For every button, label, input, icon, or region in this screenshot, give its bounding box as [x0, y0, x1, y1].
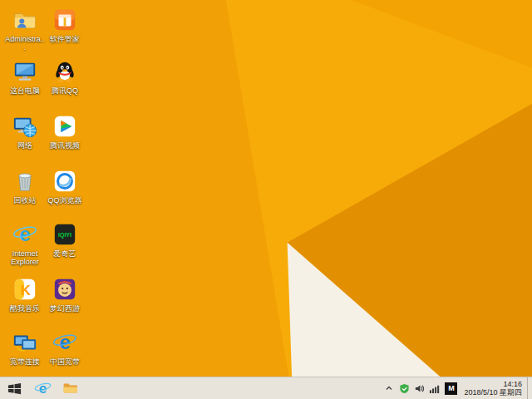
qq-browser-icon [52, 169, 77, 194]
qq-penguin-icon [52, 59, 77, 84]
icon-label: 软件管家 [45, 35, 85, 43]
desktop[interactable]: Administra... 这台电脑 网络 [0, 0, 532, 399]
icon-label: QQ浏览器 [45, 196, 85, 204]
icon-label: Internet Explorer [5, 249, 45, 266]
volume-tray-icon[interactable] [411, 377, 426, 399]
taskbar-ie-button[interactable]: e [28, 377, 57, 399]
icon-label: 腾讯QQ [45, 86, 85, 95]
desktop-icon-this-pc[interactable]: 这台电脑 [5, 58, 45, 95]
blue-e-icon: e [52, 330, 77, 355]
taskbar-clock[interactable]: 14:16 2018/5/10 星期四 [461, 380, 527, 397]
icon-label: 这台电脑 [5, 86, 45, 95]
chevron-up-icon [385, 384, 393, 392]
desktop-icon-software-manager[interactable]: 软件管家 [45, 7, 85, 43]
desktop-icon-tencent-qq[interactable]: 腾讯QQ [45, 58, 85, 95]
security-tray-icon[interactable] [397, 377, 411, 399]
software-manager-icon [52, 7, 77, 32]
broadband-icon [12, 330, 37, 355]
input-method-indicator[interactable]: M [445, 382, 457, 395]
taskbar-file-explorer-button[interactable] [57, 377, 85, 399]
icon-label: 腾讯视频 [45, 141, 85, 150]
user-folder-icon [12, 7, 37, 32]
desktop-icon-china-broadband[interactable]: e 中国宽带 [45, 329, 85, 366]
desktop-icon-internet-explorer[interactable]: e Internet Explorer [5, 221, 45, 266]
ie-icon: e [34, 380, 52, 397]
desktop-icon-network[interactable]: 网络 [5, 113, 45, 150]
desktop-icon-kuwo-music[interactable]: K 酷我音乐 [5, 276, 45, 313]
desktop-icon-qq-browser[interactable]: QQ浏览器 [45, 168, 85, 204]
icon-label: 中国宽带 [45, 357, 85, 366]
svg-text:K: K [21, 283, 32, 298]
desktop-icon-iqiyi[interactable]: iQIYI 爱奇艺 [45, 221, 85, 258]
icon-label: 爱奇艺 [45, 249, 85, 258]
ie-icon: e [12, 222, 37, 247]
icon-label: 酷我音乐 [5, 304, 45, 313]
shield-icon [399, 383, 410, 394]
game-icon [52, 277, 77, 302]
network-tray-icon[interactable] [426, 377, 441, 399]
kuwo-music-icon: K [12, 277, 37, 302]
start-button[interactable] [0, 377, 28, 399]
icon-label: 网络 [5, 141, 45, 150]
icon-label: 宽带连接 [5, 357, 45, 366]
icon-label: Administra... [5, 35, 45, 52]
hidden-icons-button[interactable] [382, 377, 397, 399]
desktop-icon-menghuan-xiyou[interactable]: 梦幻西游 [45, 276, 85, 313]
folder-icon [62, 380, 79, 397]
icon-label: 回收站 [5, 196, 45, 204]
iqiyi-icon: iQIYI [52, 222, 77, 247]
desktop-icon-administrator[interactable]: Administra... [5, 7, 45, 52]
desktop-icon-tencent-video[interactable]: 腾讯视频 [45, 113, 85, 150]
desktop-icon-recycle-bin[interactable]: 回收站 [5, 168, 45, 204]
taskbar: e [0, 377, 532, 399]
signal-bars-icon [429, 383, 440, 394]
system-tray: M 14:16 2018/5/10 星期四 [382, 377, 532, 399]
computer-icon [12, 59, 37, 84]
svg-text:iQIYI: iQIYI [58, 232, 71, 239]
clock-date: 2018/5/10 星期四 [464, 388, 522, 397]
recycle-bin-icon [12, 169, 37, 194]
desktop-icon-broadband[interactable]: 宽带连接 [5, 329, 45, 366]
network-icon [12, 114, 37, 139]
show-desktop-button[interactable] [527, 377, 532, 399]
clock-time: 14:16 [464, 380, 522, 388]
speaker-icon [414, 383, 425, 394]
windows-logo-icon [7, 382, 22, 396]
icon-label: 梦幻西游 [45, 304, 85, 313]
tencent-video-icon [52, 114, 77, 139]
